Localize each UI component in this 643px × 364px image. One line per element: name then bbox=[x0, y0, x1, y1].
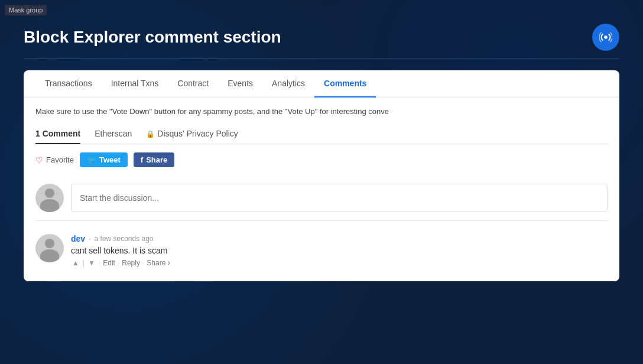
main-container: Block Explorer comment section Transacti… bbox=[24, 24, 619, 352]
favorite-button[interactable]: ♡ Favorite bbox=[35, 155, 74, 165]
tweet-button[interactable]: 🐦 Tweet bbox=[80, 152, 128, 167]
tabs-bar: Transactions Internal Txns Contract Even… bbox=[24, 70, 619, 98]
mask-group-label: Mask group bbox=[5, 5, 47, 15]
twitter-icon: 🐦 bbox=[87, 155, 96, 164]
share-link[interactable]: Share › bbox=[147, 259, 170, 267]
tab-comments[interactable]: Comments bbox=[314, 70, 376, 98]
comment-content: dev · a few seconds ago cant sell tokens… bbox=[71, 234, 608, 267]
facebook-icon: f bbox=[141, 155, 143, 164]
logo-icon bbox=[599, 31, 612, 44]
vote-separator: | bbox=[83, 259, 85, 267]
comment-input-area bbox=[35, 176, 608, 221]
tweet-label: Tweet bbox=[99, 155, 121, 164]
header-area: Block Explorer comment section bbox=[24, 24, 619, 58]
vote-down-button[interactable]: ▼ bbox=[87, 259, 96, 267]
comment-actions: ▲ | ▼ · Edit · Reply · Share › bbox=[71, 259, 608, 267]
comment-time: a few seconds ago bbox=[94, 235, 153, 243]
share-label: Share bbox=[146, 155, 167, 164]
card-body: Make sure to use the "Vote Down" button … bbox=[24, 98, 619, 281]
comment-header: dev · a few seconds ago bbox=[71, 234, 608, 243]
comment-text: cant sell tokens. It is scam bbox=[71, 246, 608, 255]
tab-transactions[interactable]: Transactions bbox=[35, 70, 102, 98]
comment-card: Transactions Internal Txns Contract Even… bbox=[24, 70, 619, 281]
favorite-label: Favorite bbox=[46, 155, 74, 164]
comment-item: dev · a few seconds ago cant sell tokens… bbox=[35, 229, 608, 272]
action-dot-1: · bbox=[99, 259, 100, 267]
discussion-input[interactable] bbox=[71, 184, 608, 212]
sub-tabs: 1 Comment Etherscan 🔒Disqus' Privacy Pol… bbox=[35, 124, 608, 144]
tab-events[interactable]: Events bbox=[218, 70, 262, 98]
lock-icon: 🔒 bbox=[146, 130, 155, 138]
action-bar: ♡ Favorite 🐦 Tweet f Share bbox=[35, 152, 608, 167]
action-dot-2: · bbox=[118, 259, 119, 267]
edit-link[interactable]: Edit bbox=[103, 259, 115, 267]
tab-analytics[interactable]: Analytics bbox=[262, 70, 314, 98]
comment-dot: · bbox=[89, 235, 90, 243]
sub-tab-comment-count[interactable]: 1 Comment bbox=[35, 124, 80, 144]
facebook-share-button[interactable]: f Share bbox=[134, 152, 174, 167]
notice-text: Make sure to use the "Vote Down" button … bbox=[35, 107, 608, 116]
reply-link[interactable]: Reply bbox=[122, 259, 140, 267]
tab-internal-txns[interactable]: Internal Txns bbox=[102, 70, 168, 98]
commenter-avatar bbox=[35, 234, 64, 262]
svg-point-0 bbox=[604, 35, 608, 39]
sub-tab-privacy[interactable]: 🔒Disqus' Privacy Policy bbox=[146, 124, 238, 144]
heart-icon: ♡ bbox=[35, 155, 43, 165]
action-dot-3: · bbox=[142, 259, 144, 267]
vote-up-button[interactable]: ▲ bbox=[71, 259, 80, 267]
logo-button[interactable] bbox=[592, 24, 619, 51]
current-user-avatar bbox=[35, 184, 64, 212]
page-title: Block Explorer comment section bbox=[24, 28, 281, 47]
sub-tab-etherscan[interactable]: Etherscan bbox=[95, 124, 132, 144]
comment-author: dev bbox=[71, 234, 85, 243]
tab-contract[interactable]: Contract bbox=[168, 70, 218, 98]
